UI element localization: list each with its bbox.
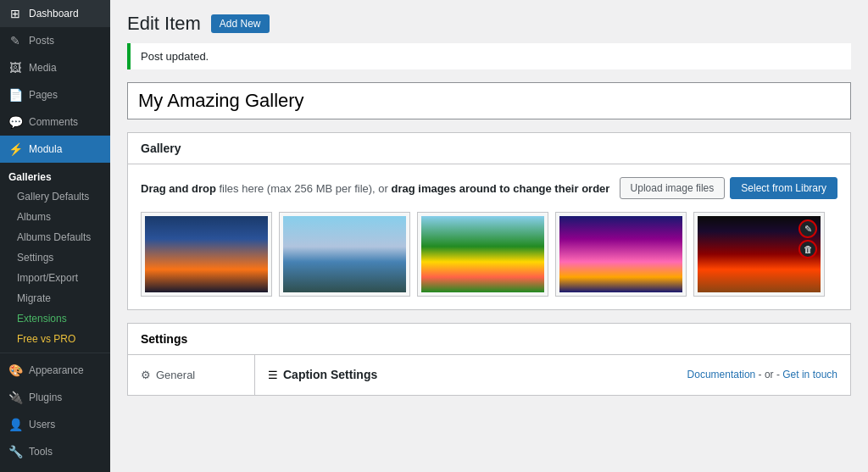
plugins-icon: 🔌 [8, 391, 22, 404]
get-in-touch-link[interactable]: Get in touch [782, 369, 837, 380]
sidebar-section-galleries: Galleries [0, 163, 110, 186]
sidebar-item-tools[interactable]: 🔧 Tools [0, 438, 110, 465]
thumb-image-4 [559, 216, 682, 292]
sidebar-item-label: Comments [29, 116, 78, 128]
sidebar-sub-settings[interactable]: Settings [0, 247, 110, 268]
gallery-panel-body: Drag and drop files here (max 256 MB per… [128, 164, 850, 309]
sidebar-sub-gallery-defaults[interactable]: Gallery Defaults [0, 186, 110, 207]
thumb-image-3 [421, 216, 544, 292]
drag-drop-bold: Drag and drop [141, 182, 216, 195]
page-header: Edit Item Add New [127, 13, 851, 35]
thumb-edit-button[interactable]: ✎ [798, 219, 817, 238]
sidebar-item-plugins[interactable]: 🔌 Plugins [0, 384, 110, 411]
sidebar-item-label: Posts [29, 35, 54, 47]
tools-icon: 🔧 [8, 445, 22, 458]
thumb-delete-button[interactable]: 🗑 [798, 240, 817, 258]
sidebar-item-pages[interactable]: 📄 Pages [0, 81, 110, 108]
page-title: Edit Item [127, 13, 201, 35]
pages-icon: 📄 [8, 88, 22, 102]
gallery-title-input[interactable] [127, 82, 851, 119]
settings-content-title: Caption Settings [283, 368, 377, 381]
upload-image-files-button[interactable]: Upload image files [620, 177, 726, 199]
settings-links: Documentation - or - Get in touch [687, 369, 837, 380]
sidebar-item-users[interactable]: 👤 Users [0, 411, 110, 438]
content-area: Edit Item Add New Post updated. Gallery … [110, 0, 868, 408]
thumb-overlay: ✎ 🗑 [798, 219, 817, 258]
gallery-thumb-1[interactable] [141, 212, 272, 297]
sidebar-item-label: Dashboard [29, 8, 79, 19]
sidebar: ⊞ Dashboard ✎ Posts 🖼 Media 📄 Pages 💬 Co… [0, 0, 110, 472]
gallery-thumb-4[interactable] [555, 212, 687, 297]
post-updated-notice: Post updated. [127, 43, 851, 69]
appearance-icon: 🎨 [8, 364, 22, 377]
gallery-buttons: Upload image files Select from Library [620, 177, 837, 199]
modula-icon: ⚡ [8, 142, 22, 156]
settings-nav-general[interactable]: ⚙ General [128, 362, 254, 388]
comments-icon: 💬 [8, 115, 22, 129]
gallery-instructions-text: Drag and drop files here (max 256 MB per… [141, 182, 609, 195]
sidebar-item-label: Users [29, 419, 55, 430]
sidebar-sub-albums[interactable]: Albums [0, 207, 110, 227]
sidebar-item-modula[interactable]: ⚡ Modula [0, 136, 110, 163]
sidebar-divider [0, 353, 110, 353]
settings-panel: Settings ⚙ General ☰ Caption Settings [127, 323, 851, 396]
settings-nav: ⚙ General [128, 355, 255, 395]
settings-nav-general-label: General [156, 369, 195, 381]
sidebar-item-posts[interactable]: ✎ Posts [0, 27, 110, 54]
settings-content-title-area: ☰ Caption Settings [268, 368, 377, 381]
add-new-button[interactable]: Add New [211, 14, 270, 33]
gallery-instructions: Drag and drop files here (max 256 MB per… [141, 177, 837, 199]
settings-gear-icon: ⚙ [141, 369, 151, 381]
sidebar-sub-free-vs-pro[interactable]: Free vs PRO [0, 329, 110, 349]
sidebar-item-label: Media [29, 62, 57, 74]
sidebar-sub-import-export[interactable]: Import/Export [0, 268, 110, 288]
gallery-thumb-3[interactable] [417, 212, 548, 297]
sidebar-item-settings-bottom[interactable]: ⚙ Settings [0, 465, 110, 472]
settings-content-header: ☰ Caption Settings Documentation - or - … [268, 368, 837, 381]
sidebar-item-label: Plugins [29, 391, 62, 403]
sidebar-item-media[interactable]: 🖼 Media [0, 54, 110, 81]
posts-icon: ✎ [8, 34, 22, 47]
settings-panel-header: Settings [128, 324, 850, 355]
notice-text: Post updated. [141, 50, 209, 63]
sidebar-item-label: Appearance [29, 364, 84, 376]
gallery-panel: Gallery Drag and drop files here (max 25… [127, 132, 851, 310]
sidebar-sub-albums-defaults[interactable]: Albums Defaults [0, 227, 110, 247]
links-separator: - or - [759, 369, 783, 380]
users-icon: 👤 [8, 418, 22, 431]
settings-content: ☰ Caption Settings Documentation - or - … [255, 355, 850, 395]
select-from-library-button[interactable]: Select from Library [730, 177, 837, 199]
sidebar-item-label: Pages [29, 89, 58, 101]
gallery-thumbnails: ✎ 🗑 [141, 212, 837, 297]
sidebar-item-appearance[interactable]: 🎨 Appearance [0, 357, 110, 384]
gallery-thumb-2[interactable] [279, 212, 410, 297]
caption-settings-icon: ☰ [268, 369, 278, 381]
sidebar-item-dashboard[interactable]: ⊞ Dashboard [0, 0, 110, 27]
sidebar-item-label: Tools [29, 446, 53, 458]
instructions-part1: files here (max 256 MB per file), or [219, 182, 391, 195]
dashboard-icon: ⊞ [8, 7, 22, 20]
main-content: Edit Item Add New Post updated. Gallery … [110, 0, 868, 472]
drag-order-bold: drag images around to change their order [392, 182, 610, 195]
documentation-link[interactable]: Documentation [687, 369, 756, 380]
sidebar-item-label: Modula [29, 143, 62, 155]
sidebar-sub-extensions[interactable]: Extensions [0, 308, 110, 329]
media-icon: 🖼 [8, 61, 22, 75]
gallery-panel-header: Gallery [128, 133, 850, 164]
thumb-image-1 [145, 216, 268, 292]
sidebar-sub-migrate[interactable]: Migrate [0, 288, 110, 308]
settings-panel-body: ⚙ General ☰ Caption Settings Documentati… [128, 355, 850, 395]
gallery-thumb-5[interactable]: ✎ 🗑 [693, 212, 825, 297]
thumb-image-2 [283, 216, 406, 292]
sidebar-item-comments[interactable]: 💬 Comments [0, 108, 110, 136]
